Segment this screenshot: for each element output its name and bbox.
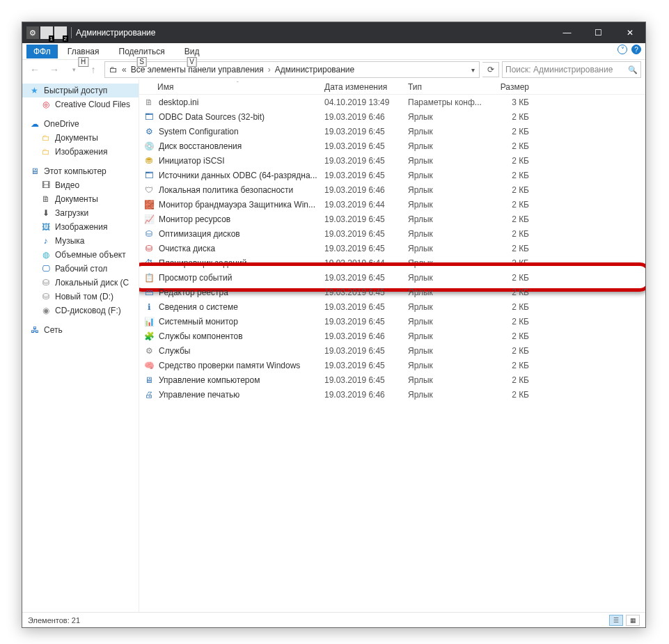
view-icons-button[interactable]: ▦ (626, 615, 640, 626)
file-icon: ⛃ (143, 155, 155, 166)
file-list-pane: ˆ Имя Дата изменения Тип Размер 🗎desktop… (139, 79, 645, 612)
nav-item[interactable]: ★Быстрый доступ (22, 84, 139, 97)
file-row[interactable]: 📊Системный монитор19.03.2019 6:45Ярлык2 … (139, 314, 645, 329)
file-name: Редактор реестра (159, 288, 228, 297)
file-row[interactable]: 📋Просмотр событий19.03.2019 6:45Ярлык2 К… (139, 270, 645, 285)
ribbon-file-tab[interactable]: ФФл (26, 45, 58, 58)
file-row[interactable]: 🖥Управление компьютером19.03.2019 6:45Яр… (139, 372, 645, 387)
file-row[interactable]: 🧠Средство проверки памяти Windows19.03.2… (139, 358, 645, 372)
nav-item[interactable]: 🎞Видео (22, 178, 139, 192)
file-row[interactable]: ℹСведения о системе19.03.2019 6:45Ярлык2… (139, 299, 645, 314)
nav-item[interactable]: ⛁Новый том (D:) (22, 290, 139, 304)
file-row[interactable]: 🗃Редактор реестра19.03.2019 6:45Ярлык2 К… (139, 285, 645, 299)
file-date: 19.03.2019 6:45 (320, 273, 404, 283)
file-type: Ярлык (404, 214, 487, 224)
ribbon-tab-home[interactable]: Главная Н (58, 45, 109, 58)
address-dropdown-icon[interactable]: ▾ (470, 66, 476, 74)
file-type: Ярлык (404, 331, 487, 341)
file-row[interactable]: ⛁Оптимизация дисков19.03.2019 6:45Ярлык2… (139, 226, 645, 241)
file-row[interactable]: 🧱Монитор брандмауэра Защитника Win...19.… (139, 197, 645, 212)
file-icon: 📊 (143, 316, 155, 327)
nav-item[interactable]: 🖧Сеть (22, 323, 139, 337)
column-header-date[interactable]: Дата изменения (320, 82, 404, 92)
nav-item[interactable]: 🖵Рабочий стол (22, 262, 139, 276)
nav-item[interactable]: ◉CD-дисковод (F:) (22, 304, 139, 317)
close-button[interactable]: ✕ (614, 22, 645, 43)
navigation-pane[interactable]: ★Быстрый доступ◎Creative Cloud Files☁One… (22, 79, 139, 612)
file-row[interactable]: 💿Диск восстановления19.03.2019 6:45Ярлык… (139, 139, 645, 153)
file-row[interactable]: ⚙System Configuration19.03.2019 6:45Ярлы… (139, 124, 645, 139)
nav-item[interactable]: 🗀Изображения (22, 145, 139, 159)
file-row[interactable]: 🛡Локальная политика безопасности19.03.20… (139, 182, 645, 197)
maximize-button[interactable]: ☐ (583, 22, 614, 43)
column-header-name[interactable]: Имя (139, 82, 320, 92)
refresh-button[interactable]: ⟳ (482, 62, 499, 77)
nav-forward-button[interactable]: → (46, 61, 63, 78)
nav-item-icon: ⬇ (40, 208, 51, 219)
file-row[interactable]: ⛁Очистка диска19.03.2019 6:45Ярлык2 КБ (139, 241, 645, 256)
nav-item[interactable]: ⬇Загрузки (22, 206, 139, 220)
file-name: Управление печатью (159, 390, 239, 400)
file-type: Ярлык (404, 244, 487, 253)
qat-icon-2[interactable]: 2 (54, 26, 67, 39)
file-type: Ярлык (404, 390, 487, 400)
qat-icon-1[interactable]: 1 (40, 26, 53, 39)
nav-item[interactable]: ♪Музыка (22, 234, 139, 248)
file-size: 2 КБ (487, 112, 536, 122)
nav-item[interactable]: 🖥Этот компьютер (22, 164, 139, 178)
file-date: 19.03.2019 6:46 (320, 112, 404, 122)
nav-item[interactable]: ◎Creative Cloud Files (22, 97, 139, 111)
nav-item[interactable]: ⛁Локальный диск (С (22, 276, 139, 290)
nav-item-label: Документы (55, 133, 98, 143)
file-row[interactable]: ⛃Инициатор iSCSI19.03.2019 6:45Ярлык2 КБ (139, 153, 645, 168)
nav-item[interactable]: ☁OneDrive (22, 117, 139, 131)
minimize-button[interactable]: — (551, 22, 583, 43)
file-date: 19.03.2019 6:45 (320, 244, 404, 253)
file-icon: ⛁ (143, 228, 155, 239)
nav-item-label: CD-дисковод (F:) (55, 306, 121, 315)
file-size: 2 КБ (487, 288, 536, 297)
breadcrumb-item[interactable]: Администрирование (274, 65, 356, 74)
file-row[interactable]: 📈Монитор ресурсов19.03.2019 6:45Ярлык2 К… (139, 212, 645, 226)
nav-back-button[interactable]: ← (26, 61, 43, 78)
file-row[interactable]: ⏱Планировщик заданий19.03.2019 6:44Ярлык… (139, 256, 645, 270)
ribbon-expand-icon[interactable]: ˅ (617, 45, 627, 54)
ribbon-tab-share[interactable]: Поделиться S (109, 45, 175, 58)
file-date: 19.03.2019 6:45 (320, 288, 404, 297)
address-bar[interactable]: 🗀 « Все элементы панели управления › Адм… (104, 61, 480, 78)
file-row[interactable]: 🖨Управление печатью19.03.2019 6:46Ярлык2… (139, 387, 645, 402)
nav-item-label: Загрузки (55, 208, 88, 218)
window-title: Администрирование (76, 28, 155, 38)
ribbon-tab-view[interactable]: Вид V (175, 45, 210, 58)
file-name: Службы компонентов (159, 331, 243, 341)
nav-item[interactable]: 🗎Документы (22, 192, 139, 206)
file-type: Ярлык (404, 127, 487, 136)
column-header-size[interactable]: Размер (487, 82, 536, 92)
file-row[interactable]: ⚙Службы19.03.2019 6:45Ярлык2 КБ (139, 343, 645, 358)
file-type: Ярлык (404, 375, 487, 385)
breadcrumb-item[interactable]: Все элементы панели управления (129, 65, 265, 74)
nav-item-label: Изображения (55, 147, 107, 157)
address-prefix: « (122, 65, 127, 74)
nav-item-label: OneDrive (44, 119, 79, 129)
nav-item[interactable]: ◍Объемные объект (22, 248, 139, 262)
file-size: 2 КБ (487, 127, 536, 136)
file-icon: ℹ (143, 301, 155, 313)
nav-item[interactable]: 🗀Документы (22, 131, 139, 145)
file-icon: 💿 (143, 141, 155, 152)
file-row[interactable]: 🗔ODBC Data Sources (32-bit)19.03.2019 6:… (139, 109, 645, 124)
column-header-type[interactable]: Тип (404, 82, 487, 92)
file-icon: 🗔 (143, 111, 155, 123)
view-details-button[interactable]: ☰ (609, 615, 623, 626)
window-icon (26, 26, 39, 39)
file-rows: 🗎desktop.ini04.10.2019 13:49Параметры ко… (139, 95, 645, 612)
file-row[interactable]: 🧩Службы компонентов19.03.2019 6:46Ярлык2… (139, 329, 645, 343)
nav-item[interactable]: 🖼Изображения (22, 220, 139, 234)
nav-item-icon: 🗎 (40, 194, 51, 205)
file-icon: ⚙ (143, 345, 155, 356)
file-icon: 🛡 (143, 184, 155, 196)
search-box[interactable]: Поиск: Администрирование 🔍 (502, 61, 641, 78)
file-row[interactable]: 🗔Источники данных ODBC (64-разрядна...19… (139, 168, 645, 182)
help-icon[interactable]: ? (631, 45, 641, 54)
file-row[interactable]: 🗎desktop.ini04.10.2019 13:49Параметры ко… (139, 95, 645, 109)
